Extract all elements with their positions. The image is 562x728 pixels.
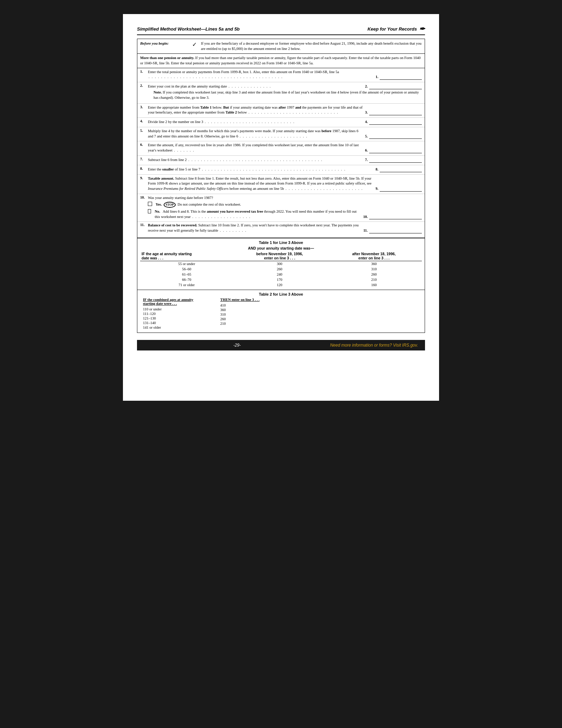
table-1-after-2: 260 — [326, 272, 422, 277]
item-4: 4. Divide line 2 by the number on line 3… — [140, 119, 422, 125]
table-1-after-4: 160 — [326, 282, 422, 288]
keep-records-text: Keep for Your Records — [367, 26, 417, 32]
item-1-num: 1. — [140, 70, 146, 80]
table-2-val-1: 360 — [220, 308, 419, 312]
item-6-section: 6. Enter the amount, if any, recovered t… — [137, 141, 425, 155]
item-10-no-text: No. Add lines 6 and 8. This is the amoun… — [155, 209, 361, 219]
table-2-title: Table 2 for Line 3 Above — [140, 292, 422, 298]
item-9-content: Taxable amount. Subtract line 8 from lin… — [148, 176, 422, 192]
table-2-section: Table 2 for Line 3 Above IF the combined… — [137, 290, 425, 333]
table-1-row-2: 61–65 240 260 — [140, 272, 422, 277]
item-8-input[interactable] — [380, 167, 422, 172]
table-2-col1-h1: IF the combined ages at annuity — [143, 298, 193, 302]
item-6-line-num: 6. — [365, 148, 368, 153]
table-1-age-3: 66–70 — [140, 277, 233, 282]
table-1-col2-header: before November 19, 1996, enter on line … — [233, 251, 326, 261]
item-5-input[interactable] — [369, 133, 422, 139]
table-1-after-0: 360 — [326, 261, 422, 266]
dots-5: . . . . . . . . . . . . . . . . . . . . … — [239, 134, 309, 138]
table-1-row-3: 66–70 170 210 — [140, 277, 422, 282]
item-5-text: Multiply line 4 by the number of months … — [148, 129, 364, 139]
dots-11: . . . . . . . . . — [219, 228, 248, 232]
table-1-col3-h2: enter on line 3 . . . — [358, 256, 390, 260]
item-6-input[interactable] — [369, 148, 422, 153]
item-1-section: 1. Enter the total pension or annuity pa… — [137, 68, 425, 82]
dots-1: . . . . . . . . . . . . . . . . . . . . … — [148, 75, 284, 79]
more-than-one-text: More than one pension or annuity. If you… — [140, 56, 420, 65]
footer-page-num: -29- — [233, 343, 241, 348]
table-2-age-2: 121–130 — [143, 316, 213, 321]
note-label: Note. — [153, 90, 162, 94]
table-1-before-1: 260 — [233, 266, 326, 272]
item-4-line-num: 4. — [365, 120, 368, 125]
item-8-content: Enter the smaller of line 5 or line 7 . … — [148, 167, 422, 172]
item-11-content: Balance of cost to be recovered. Subtrac… — [148, 223, 422, 233]
table-1-col1-h2: date was . . . — [142, 256, 163, 260]
item-4-section: 4. Divide line 2 by the number on line 3… — [137, 118, 425, 127]
item-6-row: Enter the amount, if any, recovered tax … — [148, 143, 422, 153]
item-9-section: 9. Taxable amount. Subtract line 8 from … — [137, 175, 425, 194]
item-1-text: Enter the total pension or annuity payme… — [148, 70, 374, 80]
dots-3: . . . . . . . . . . . . . . . . . . . . … — [248, 110, 339, 114]
dots-2: . . . . . . . . . . . . . . — [228, 84, 272, 88]
item-3-row: Enter the appropriate number from Table … — [148, 105, 422, 115]
item-9-text: Taxable amount. Subtract line 8 from lin… — [148, 176, 374, 192]
item-7-text: Subtract line 6 from line 2 . . . . . . … — [148, 157, 364, 163]
pen-icon: ✒ — [419, 25, 425, 33]
item-11-input[interactable] — [369, 228, 422, 233]
table-1-before-3: 170 — [233, 277, 326, 282]
no-checkbox[interactable] — [148, 209, 151, 213]
table-1-age-4: 71 or older — [140, 282, 233, 288]
footer-bar: -29- Need more information or forms? Vis… — [137, 340, 425, 350]
dots-7: . . . . . . . . . . . . . . . . . . . . … — [188, 158, 324, 162]
item-9-taxable-bold: Taxable amount. — [148, 176, 174, 180]
item-1: 1. Enter the total pension or annuity pa… — [140, 70, 422, 80]
table-2-val-2: 310 — [220, 312, 419, 317]
item-9-italic: Insurance Premiums for Retired Public Sa… — [148, 187, 229, 191]
table-2-val-4: 210 — [220, 321, 419, 326]
table-1-subtitle: AND your annuity starting date was— — [137, 245, 425, 251]
page-title: Simplified Method Worksheet—Lines 5a and… — [137, 26, 240, 32]
table-1-after-1: 310 — [326, 266, 422, 272]
item-3-but-bold: But — [223, 105, 229, 109]
table-1-before-4: 120 — [233, 282, 326, 288]
table-1-row-4: 71 or older 120 160 — [140, 282, 422, 288]
table-1-col2-h2: enter on line 3 . . . — [264, 256, 295, 260]
item-2-num: 2. — [140, 84, 146, 101]
before-begin-section: Before you begin: ✓ If you are the benef… — [137, 39, 425, 54]
item-10-no-content: No. Add lines 6 and 8. This is the amoun… — [155, 209, 422, 219]
item-3-section: 3. Enter the appropriate number from Tab… — [137, 104, 425, 118]
item-1-input[interactable] — [380, 74, 422, 80]
table-1-section: Table 1 for Line 3 Above AND your annuit… — [137, 238, 425, 290]
item-1-content: Enter the total pension or annuity payme… — [148, 70, 422, 80]
item-10-question: Was your annuity starting date before 19… — [148, 196, 213, 200]
item-10-input[interactable] — [369, 214, 422, 219]
table-1-col1-header: IF the age at annuity starting date was … — [140, 251, 233, 261]
checkmark-icon: ✓ — [192, 41, 197, 51]
item-5-row: Multiply line 4 by the number of months … — [148, 129, 422, 139]
item-7-num: 7. — [140, 157, 146, 163]
table-1-age-0: 55 or under — [140, 261, 233, 266]
table-2-right: THEN enter on line 3 . . . 410 360 310 2… — [220, 298, 419, 330]
item-10-no-text-row: No. Add lines 6 and 8. This is the amoun… — [155, 209, 422, 219]
item-3-input[interactable] — [369, 110, 422, 115]
item-7-input[interactable] — [369, 157, 422, 163]
item-5: 5. Multiply line 4 by the number of mont… — [140, 129, 422, 139]
table-2-left: IF the combined ages at annuity starting… — [143, 298, 213, 330]
item-11: 11. Balance of cost to be recovered. Sub… — [140, 223, 422, 233]
table-2-col1-header: IF the combined ages at annuity starting… — [143, 298, 213, 305]
table-2-val-0: 410 — [220, 303, 419, 308]
item-10-question-row: Was your annuity starting date before 19… — [148, 195, 422, 201]
table-1-col2-h1: November 19, 1996, — [268, 252, 303, 256]
item-4-input[interactable] — [369, 119, 422, 125]
item-3-after-bold: after — [279, 105, 286, 109]
item-3: 3. Enter the appropriate number from Tab… — [140, 105, 422, 115]
table-2-age-0: 110 or under — [143, 307, 213, 311]
item-9-input[interactable] — [380, 186, 422, 192]
item-11-bold: Balance of cost to be recovered. — [148, 223, 197, 227]
item-10-content: Was your annuity starting date before 19… — [148, 195, 422, 220]
yes-checkbox[interactable] — [148, 202, 152, 206]
item-6-text: Enter the amount, if any, recovered tax … — [148, 143, 364, 153]
item-2-input[interactable] — [369, 84, 422, 89]
item-4-row: Divide line 2 by the number on line 3 . … — [148, 119, 422, 125]
